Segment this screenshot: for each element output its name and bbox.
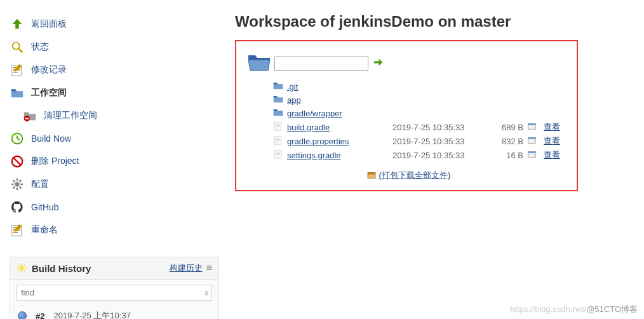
file-size: 832 B bbox=[485, 137, 523, 146]
svg-rect-32 bbox=[528, 137, 535, 139]
svg-line-14 bbox=[20, 187, 22, 189]
sidebar-label: 状态 bbox=[31, 41, 49, 53]
svg-rect-4 bbox=[25, 118, 29, 119]
view-link[interactable]: 查看 bbox=[544, 149, 560, 161]
sidebar-item-clean-workspace[interactable]: 清理工作空间 bbox=[10, 104, 213, 127]
sidebar: 返回面板 状态 修改记录 工作空间 清理工作空间 Build Now bbox=[0, 0, 222, 319]
svg-line-26 bbox=[24, 265, 25, 266]
folder-row[interactable]: gradle/wrapper bbox=[273, 107, 569, 120]
search-input[interactable] bbox=[17, 285, 212, 301]
svg-line-7 bbox=[14, 158, 21, 165]
gear-icon bbox=[10, 177, 25, 192]
folder-delete-icon bbox=[22, 108, 37, 123]
watermark-author: @51CTO博客 bbox=[586, 304, 638, 314]
view-link[interactable]: 查看 bbox=[544, 121, 560, 133]
sidebar-label: 修改记录 bbox=[31, 64, 67, 76]
delete-icon bbox=[10, 154, 25, 169]
arrow-up-icon bbox=[10, 17, 25, 32]
file-icon bbox=[273, 150, 283, 161]
page-title: Workspace of jenkinsDemo on master bbox=[235, 13, 644, 31]
build-history-panel: Build History 构建历史 ≡ x #2 2019-7-25 上午10… bbox=[10, 257, 219, 319]
github-icon bbox=[10, 200, 25, 215]
sidebar-label: 删除 Project bbox=[31, 156, 79, 167]
sidebar-item-github[interactable]: GitHub bbox=[10, 196, 213, 219]
sidebar-label: 配置 bbox=[31, 179, 49, 190]
file-date: 2019-7-25 10:35:33 bbox=[392, 137, 481, 146]
build-number: #2 bbox=[36, 311, 44, 320]
file-row: gradle.properties 2019-7-25 10:35:33 832… bbox=[273, 134, 569, 148]
file-icon bbox=[273, 136, 283, 147]
svg-point-8 bbox=[15, 182, 19, 186]
side-menu: 返回面板 状态 修改记录 工作空间 清理工作空间 Build Now bbox=[10, 13, 213, 241]
svg-line-24 bbox=[24, 271, 25, 271]
clear-search-icon[interactable]: x bbox=[205, 288, 208, 297]
folder-name: gradle/wrapper bbox=[287, 109, 376, 118]
folder-icon bbox=[10, 85, 25, 100]
svg-line-16 bbox=[20, 180, 22, 182]
file-list: .git app gradle/wrapper build.gradle 201… bbox=[273, 80, 569, 162]
svg-point-0 bbox=[13, 43, 20, 50]
sidebar-item-status[interactable]: 状态 bbox=[10, 36, 213, 58]
workspace-browser: .git app gradle/wrapper build.gradle 201… bbox=[235, 40, 578, 191]
sidebar-label: 重命名 bbox=[31, 224, 58, 236]
magnifier-icon bbox=[10, 39, 25, 55]
sidebar-item-back[interactable]: 返回面板 bbox=[10, 13, 213, 36]
svg-point-18 bbox=[20, 266, 24, 271]
build-history-search: x bbox=[17, 285, 212, 301]
svg-rect-30 bbox=[274, 137, 281, 144]
file-row: build.gradle 2019-7-25 10:35:33 689 B 查看 bbox=[273, 120, 569, 134]
main-content: Workspace of jenkinsDemo on master .git … bbox=[222, 0, 644, 319]
view-icon bbox=[527, 136, 537, 147]
sidebar-label: GitHub bbox=[31, 202, 59, 212]
notes-icon bbox=[10, 62, 25, 78]
view-link[interactable]: 查看 bbox=[544, 135, 560, 147]
svg-rect-37 bbox=[368, 172, 375, 174]
file-date: 2019-7-25 10:35:33 bbox=[392, 123, 481, 132]
sidebar-label: 返回面板 bbox=[31, 18, 67, 30]
view-icon bbox=[527, 150, 537, 161]
build-history-header: Build History 构建历史 ≡ bbox=[10, 257, 218, 280]
file-name[interactable]: gradle.properties bbox=[287, 137, 376, 146]
package-icon bbox=[366, 170, 377, 181]
folder-name: .git bbox=[287, 82, 376, 92]
download-all: (打包下载全部文件) bbox=[248, 170, 569, 181]
sidebar-item-changes[interactable]: 修改记录 bbox=[10, 58, 213, 81]
watermark: https://blog.csdn.net/@51CTO博客 bbox=[510, 304, 638, 315]
build-status-ball bbox=[18, 311, 27, 319]
sidebar-item-workspace[interactable]: 工作空间 bbox=[10, 81, 213, 104]
workspace-path-bar bbox=[248, 53, 569, 74]
sidebar-item-build-now[interactable]: Build Now bbox=[10, 127, 213, 150]
rename-icon bbox=[10, 222, 25, 238]
trend-icon[interactable]: ≡ bbox=[206, 262, 212, 274]
folder-icon bbox=[273, 81, 283, 92]
build-row[interactable]: #2 2019-7-25 上午10:37 bbox=[10, 306, 218, 319]
sidebar-label: 清理工作空间 bbox=[44, 110, 97, 121]
svg-line-25 bbox=[18, 271, 19, 271]
folder-open-icon bbox=[248, 53, 271, 74]
sidebar-label: Build Now bbox=[31, 133, 71, 144]
folder-icon bbox=[273, 95, 283, 105]
svg-line-15 bbox=[13, 187, 15, 189]
file-size: 16 B bbox=[485, 151, 523, 160]
build-history-link[interactable]: 构建历史 bbox=[170, 262, 203, 274]
build-history-title: Build History bbox=[32, 263, 91, 274]
sidebar-item-configure[interactable]: 配置 bbox=[10, 173, 213, 196]
sidebar-item-delete[interactable]: 删除 Project bbox=[10, 150, 213, 173]
svg-rect-27 bbox=[274, 123, 281, 130]
download-all-link[interactable]: (打包下载全部文件) bbox=[379, 170, 451, 180]
watermark-url: https://blog.csdn.net/ bbox=[510, 304, 586, 314]
go-arrow-icon[interactable] bbox=[372, 57, 384, 70]
folder-row[interactable]: app bbox=[273, 93, 569, 107]
file-name[interactable]: build.gradle bbox=[287, 123, 376, 132]
svg-line-23 bbox=[18, 265, 19, 266]
file-name[interactable]: settings.gradle bbox=[287, 151, 376, 160]
file-date: 2019-7-25 10:35:33 bbox=[392, 151, 481, 160]
path-input[interactable] bbox=[274, 57, 368, 71]
sidebar-item-rename[interactable]: 重命名 bbox=[10, 219, 213, 241]
svg-line-1 bbox=[19, 49, 23, 53]
clock-icon bbox=[10, 131, 25, 146]
file-row: settings.gradle 2019-7-25 10:35:33 16 B … bbox=[273, 148, 569, 162]
sun-icon bbox=[17, 263, 27, 273]
folder-row[interactable]: .git bbox=[273, 80, 569, 93]
svg-rect-35 bbox=[528, 151, 535, 153]
